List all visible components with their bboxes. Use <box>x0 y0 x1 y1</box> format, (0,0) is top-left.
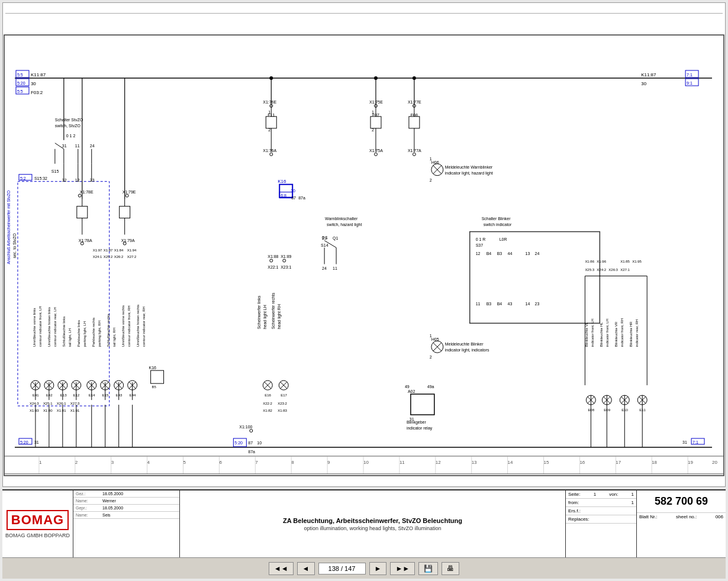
svg-text:Scheinwerfer links: Scheinwerfer links <box>257 295 261 329</box>
svg-text:5:20: 5:20 <box>234 441 243 445</box>
svg-text:11: 11 <box>333 266 337 270</box>
svg-rect-151 <box>409 117 420 128</box>
svg-text:0 1 R: 0 1 R <box>476 237 486 241</box>
svg-rect-48 <box>77 206 88 218</box>
svg-text:indicator front, LH: indicator front, LH <box>605 319 609 347</box>
svg-text:6:8: 6:8 <box>281 193 286 198</box>
svg-text:2: 2 <box>430 355 432 359</box>
svg-text:8: 8 <box>291 460 294 465</box>
svg-text:10: 10 <box>363 460 369 465</box>
prev-page-button[interactable]: ◄ <box>297 562 315 575</box>
svg-text:12: 12 <box>436 460 441 465</box>
ers-label: Ers.f.: <box>568 508 581 514</box>
svg-text:4: 4 <box>147 460 150 465</box>
svg-text:E08: E08 <box>588 408 594 412</box>
logo-section: BOMAG BOMAG GMBH BOPPARD <box>2 490 73 557</box>
svg-text:6: 6 <box>219 460 222 465</box>
svg-text:E17: E17 <box>281 393 287 397</box>
page-input[interactable] <box>318 563 366 574</box>
svg-rect-179 <box>470 232 600 324</box>
sheet-label: sheet no.: <box>676 514 697 519</box>
svg-point-313 <box>374 76 378 80</box>
svg-text:2: 2 <box>75 460 78 465</box>
replaces-label: Replaces: <box>568 517 590 522</box>
svg-text:1: 1 <box>430 334 432 338</box>
svg-text:X26:3: X26:3 <box>608 268 618 272</box>
print-button[interactable]: 🖶 <box>442 562 459 575</box>
svg-text:K11:87: K11:87 <box>641 72 656 78</box>
svg-rect-203 <box>411 394 434 415</box>
svg-text:31: 31 <box>34 440 39 444</box>
svg-text:X1:75A: X1:75A <box>369 149 383 153</box>
first-page-button[interactable]: ◄◄ <box>269 562 294 575</box>
svg-text:X1:96: X1:96 <box>597 260 606 263</box>
svg-rect-124 <box>151 370 164 383</box>
svg-text:30: 30 <box>31 81 36 86</box>
from-label: from: <box>568 500 579 505</box>
svg-text:X1:79A: X1:79A <box>121 238 135 243</box>
svg-text:X1:77E: X1:77E <box>408 100 421 104</box>
svg-text:16: 16 <box>579 460 585 465</box>
svg-text:X23:1: X23:1 <box>281 265 291 269</box>
blatt-label: Blatt Nr.: <box>639 514 658 519</box>
svg-text:87: 87 <box>291 196 296 200</box>
svg-text:5: 5 <box>183 460 186 465</box>
svg-rect-140 <box>371 117 381 128</box>
svg-text:14: 14 <box>508 460 513 465</box>
svg-text:49: 49 <box>405 385 410 389</box>
page-row: Seite: 1 von: 1 <box>566 490 636 499</box>
svg-text:0 1 2: 0 1 2 <box>66 134 76 138</box>
svg-text:S14: S14 <box>321 243 328 247</box>
created-date: 18.05.2000 <box>102 492 123 496</box>
last-page-button[interactable]: ►► <box>390 562 415 575</box>
svg-text:X1:100: X1:100 <box>239 425 252 429</box>
svg-point-218 <box>270 259 273 262</box>
svg-text:E41: E41 <box>33 393 39 397</box>
svg-point-57 <box>80 242 83 245</box>
svg-text:E10: E10 <box>621 408 628 412</box>
svg-text:5:5: 5:5 <box>17 89 23 93</box>
checked-label: Gepr.: <box>76 506 102 510</box>
svg-text:X1:83: X1:83 <box>278 409 287 412</box>
svg-text:X1:86: X1:86 <box>585 260 594 263</box>
svg-text:H06: H06 <box>431 160 439 164</box>
column-numbers <box>5 3 723 14</box>
svg-text:X1:85: X1:85 <box>620 260 630 263</box>
title-block: BOMAG BOMAG GMBH BOPPARD Gez.: 18.05.200… <box>2 489 726 557</box>
svg-text:Meldeleuchte Warnblinker: Meldeleuchte Warnblinker <box>445 165 493 169</box>
svg-text:X26:1: X26:1 <box>57 402 66 405</box>
svg-text:E09: E09 <box>604 408 610 412</box>
svg-text:12: 12 <box>75 178 80 182</box>
svg-text:Schlußleuchte rechts: Schlußleuchte rechts <box>107 314 110 347</box>
svg-text:K16: K16 <box>278 179 286 184</box>
svg-text:Umrißleuchte hinten links: Umrißleuchte hinten links <box>47 307 51 347</box>
description-line2: option illumination, working head lights… <box>304 525 441 531</box>
created-label: Gez.: <box>76 492 102 496</box>
page-label: Seite: <box>568 492 580 497</box>
next-page-button[interactable]: ► <box>369 562 387 575</box>
svg-text:X1:93: X1:93 <box>30 409 39 412</box>
page-value: 1 <box>594 492 596 497</box>
svg-text:indicator relay: indicator relay <box>407 426 433 431</box>
svg-text:indicator rear, RH: indicator rear, RH <box>635 319 639 347</box>
svg-text:24: 24 <box>535 251 540 256</box>
svg-text:X1:76A: X1:76A <box>263 149 276 153</box>
svg-text:L0R: L0R <box>500 237 507 241</box>
svg-text:87: 87 <box>248 441 253 445</box>
svg-text:11: 11 <box>476 302 481 306</box>
svg-text:15: 15 <box>544 460 549 465</box>
svg-text:head light LH: head light LH <box>263 305 268 329</box>
svg-text:E42: E42 <box>46 393 53 397</box>
main-container: 5:5 5:20 5:5 K11:87 30 F03:2 K11:87 7:1 … <box>0 0 728 581</box>
svg-text:23: 23 <box>90 178 95 182</box>
export-button[interactable]: 💾 <box>418 562 438 575</box>
svg-text:2: 2 <box>268 128 270 132</box>
svg-text:5:20: 5:20 <box>17 81 25 85</box>
svg-text:2: 2 <box>430 178 432 182</box>
svg-text:30: 30 <box>641 81 646 86</box>
svg-point-43 <box>78 194 81 197</box>
svg-text:87a: 87a <box>298 196 305 200</box>
svg-text:B3: B3 <box>497 251 502 256</box>
svg-text:23: 23 <box>322 236 327 240</box>
svg-text:24: 24 <box>322 266 327 270</box>
